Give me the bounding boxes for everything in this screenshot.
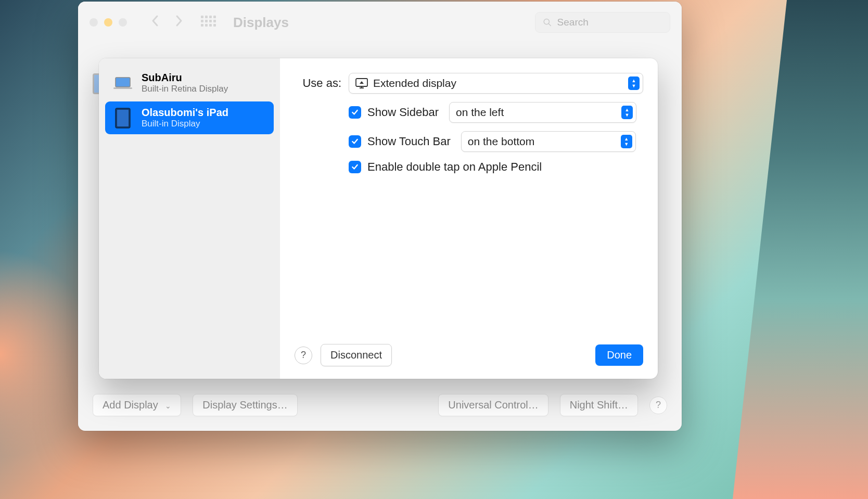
- sheet-help-button[interactable]: ?: [295, 347, 312, 364]
- help-button[interactable]: ?: [649, 396, 667, 414]
- search-field[interactable]: [535, 12, 670, 33]
- show-sidebar-label: Show Sidebar: [367, 106, 439, 119]
- svg-line-1: [548, 23, 551, 25]
- show-touchbar-label: Show Touch Bar: [367, 135, 451, 148]
- show-sidebar-checkbox[interactable]: [349, 106, 361, 119]
- show-sidebar-select[interactable]: on the left: [449, 102, 636, 123]
- apple-pencil-checkbox[interactable]: [349, 161, 361, 173]
- show-touchbar-row: Show Touch Bar on the bottom: [349, 131, 643, 152]
- svg-rect-3: [113, 87, 132, 89]
- use-as-value: Extended display: [373, 77, 628, 89]
- disconnect-button[interactable]: Disconnect: [321, 344, 392, 366]
- checkmark-icon: [351, 108, 359, 117]
- chevron-down-icon: ⌄: [165, 402, 171, 410]
- bottom-button-bar: Add Display ⌄ Display Settings… Universa…: [93, 394, 667, 416]
- display-icon: [355, 78, 368, 88]
- svg-marker-7: [360, 81, 364, 84]
- show-touchbar-select[interactable]: on the bottom: [461, 131, 636, 152]
- svg-rect-5: [117, 110, 129, 126]
- chevron-right-icon: [175, 15, 183, 27]
- night-shift-button[interactable]: Night Shift…: [560, 394, 638, 416]
- display-settings-sheet: SubAiru Built-in Retina Display Olasubom…: [99, 58, 658, 379]
- show-sidebar-value: on the left: [456, 106, 621, 119]
- device-item-ipad[interactable]: Olasubomi's iPad Built-in Display: [105, 101, 274, 134]
- device-name: SubAiru: [142, 72, 228, 84]
- sheet-sidebar: SubAiru Built-in Retina Display Olasubom…: [99, 58, 280, 379]
- select-stepper-icon: [628, 76, 640, 90]
- device-subtitle: Built-in Display: [142, 119, 228, 129]
- add-display-label: Add Display: [103, 399, 158, 411]
- toolbar: Displays: [78, 2, 682, 43]
- use-as-select[interactable]: Extended display: [349, 73, 643, 94]
- sheet-footer: ? Disconnect Done: [295, 344, 643, 366]
- use-as-row: Use as: Extended display: [295, 73, 643, 94]
- show-all-icon[interactable]: [201, 16, 214, 29]
- chevron-left-icon: [151, 15, 159, 27]
- universal-control-button[interactable]: Universal Control…: [438, 394, 548, 416]
- apple-pencil-row: Enable double tap on Apple Pencil: [349, 160, 643, 174]
- close-window-icon[interactable]: [90, 18, 98, 27]
- show-touchbar-checkbox[interactable]: [349, 135, 361, 148]
- checkmark-icon: [351, 163, 359, 171]
- select-stepper-icon: [621, 106, 633, 119]
- show-sidebar-row: Show Sidebar on the left: [349, 102, 643, 123]
- add-display-button[interactable]: Add Display ⌄: [93, 394, 181, 416]
- sheet-main: Use as: Extended display Show Sidebar on…: [280, 58, 658, 379]
- back-button[interactable]: [148, 15, 162, 31]
- apple-pencil-label: Enable double tap on Apple Pencil: [367, 160, 542, 174]
- window-title: Displays: [233, 15, 289, 31]
- macbook-icon: [112, 76, 133, 90]
- window-controls: [90, 18, 127, 27]
- search-input[interactable]: [557, 17, 662, 28]
- device-subtitle: Built-in Retina Display: [142, 84, 228, 94]
- use-as-label: Use as:: [295, 76, 341, 90]
- forward-button[interactable]: [172, 15, 186, 31]
- zoom-window-icon[interactable]: [119, 18, 127, 27]
- device-item-subairu[interactable]: SubAiru Built-in Retina Display: [105, 67, 274, 99]
- show-touchbar-value: on the bottom: [468, 135, 621, 148]
- search-icon: [543, 17, 552, 28]
- device-name: Olasubomi's iPad: [142, 107, 228, 119]
- checkmark-icon: [351, 137, 359, 146]
- svg-rect-2: [116, 78, 130, 87]
- select-stepper-icon: [621, 135, 632, 148]
- done-button[interactable]: Done: [595, 344, 643, 366]
- minimize-window-icon[interactable]: [104, 18, 112, 27]
- display-settings-button[interactable]: Display Settings…: [193, 394, 297, 416]
- ipad-icon: [112, 108, 133, 129]
